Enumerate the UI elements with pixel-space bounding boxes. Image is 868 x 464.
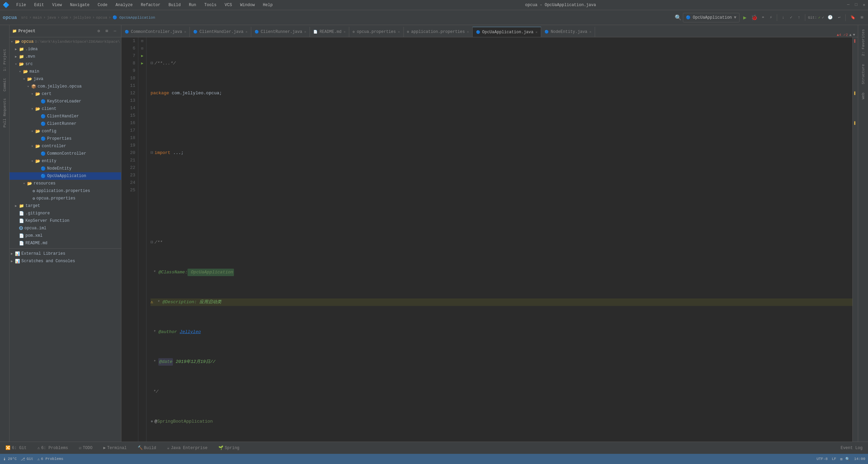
- tab-clienthandler[interactable]: 🔵 ClientHandler.java ✕: [190, 27, 251, 37]
- bottom-tab-event-log[interactable]: Event Log: [838, 444, 865, 452]
- breadcrumb-com[interactable]: com: [61, 16, 68, 20]
- status-problems[interactable]: ⚠ 6 Problems: [37, 457, 63, 461]
- bookmark-button[interactable]: 🔖: [848, 14, 857, 21]
- tree-readme[interactable]: ▶ 📄 README.md: [9, 239, 121, 247]
- breadcrumb-opcua[interactable]: opcua: [96, 16, 107, 20]
- right-tab-structure[interactable]: Structure: [859, 60, 867, 88]
- close-icon[interactable]: ✕: [863, 2, 865, 7]
- tree-main[interactable]: ▾ 📂 main: [9, 68, 121, 75]
- collapse-icon[interactable]: ▼: [853, 33, 855, 37]
- menu-view[interactable]: View: [51, 2, 63, 8]
- tree-opcua-iml[interactable]: ▶ 🅜 opcua.iml: [9, 225, 121, 232]
- tab-close-icon[interactable]: ✕: [184, 30, 186, 34]
- status-temp[interactable]: 🌡 29°C: [3, 457, 17, 461]
- tab-nodeentity[interactable]: 🔵 NodeEntity.java ✕: [541, 27, 595, 37]
- bottom-tab-java-enterprise[interactable]: ☕ Java Enterprise: [164, 444, 210, 452]
- tab-close-icon-8[interactable]: ✕: [589, 30, 591, 34]
- run-button[interactable]: ▶: [741, 14, 749, 22]
- tree-clientrunner[interactable]: ▶ 🔵 ClientRunner: [9, 120, 121, 128]
- tree-opcua-properties[interactable]: ▶ ⚙ opcua.properties: [9, 195, 121, 202]
- tree-kepserver[interactable]: ▶ 📄 KepServer Function: [9, 217, 121, 225]
- tree-controller[interactable]: ▾ 📂 controller: [9, 142, 121, 150]
- tree-scratches[interactable]: ▶ 📊 Scratches and Consoles: [9, 257, 121, 265]
- tab-close-icon-6[interactable]: ✕: [467, 30, 469, 34]
- menu-refactor[interactable]: Refactor: [139, 2, 162, 8]
- tree-resources[interactable]: ▾ 📂 resources: [9, 180, 121, 187]
- run-config-selector[interactable]: 🔵 OpcUaApplication ▼: [683, 13, 739, 22]
- status-line-sep[interactable]: LF: [832, 457, 836, 461]
- tree-properties[interactable]: ▶ 🔵 Properties: [9, 135, 121, 142]
- vcs-push-button[interactable]: ↑: [796, 14, 802, 21]
- sidebar-tab-commit[interactable]: Commit: [1, 75, 8, 95]
- code-lines[interactable]: ⊟ /**...*/ package com.jellyleo.opcua; ⊟…: [146, 37, 852, 442]
- menu-navigate[interactable]: Navigate: [68, 2, 91, 8]
- tab-close-icon-3[interactable]: ✕: [304, 30, 306, 34]
- tree-keystoreloader[interactable]: ▶ 🔵 KeyStoreLoader: [9, 98, 121, 105]
- bottom-tab-problems[interactable]: ⚠ 6: Problems: [35, 444, 71, 452]
- debug-button[interactable]: 🐞: [750, 14, 758, 22]
- tree-entity[interactable]: ▾ 📂 entity: [9, 157, 121, 165]
- tree-root[interactable]: ▾ 📂 opcua D:\Work\kylandWorkSpace\IDEAWo…: [9, 38, 121, 45]
- tab-close-icon-7[interactable]: ✕: [535, 30, 537, 34]
- expand-icon[interactable]: ▲: [849, 33, 852, 37]
- tree-commoncontroller[interactable]: ▶ 🔵 CommonController: [9, 150, 121, 157]
- sidebar-tab-pull-requests[interactable]: Pull Requests: [1, 95, 8, 131]
- menu-edit[interactable]: Edit: [33, 2, 45, 8]
- tab-opcuaapp[interactable]: 🔵 OpcUaApplication.java ✕: [473, 27, 541, 37]
- vcs-update-button[interactable]: ↓: [780, 14, 786, 21]
- menu-file[interactable]: File: [15, 2, 27, 8]
- rollback-button[interactable]: ↩: [836, 14, 843, 21]
- tree-config[interactable]: ▾ 📂 config: [9, 128, 121, 135]
- sidebar-tab-project[interactable]: 1: Project: [1, 45, 8, 75]
- bottom-tab-git[interactable]: 🔀 6: Git: [3, 444, 29, 452]
- menu-run[interactable]: Run: [188, 2, 198, 8]
- history-button[interactable]: 🕐: [826, 14, 835, 21]
- tree-external-libs[interactable]: ▶ 📊 External Libraries: [9, 250, 121, 257]
- menu-tools[interactable]: Tools: [203, 2, 218, 8]
- tab-commoncontroller[interactable]: 🔵 CommonController.java ✕: [121, 27, 190, 37]
- bottom-tab-terminal[interactable]: ▶ Terminal: [101, 444, 130, 452]
- tab-readme[interactable]: 📄 README.md ✕: [310, 27, 349, 37]
- tree-gitignore[interactable]: ▶ 📄 .gitignore: [9, 210, 121, 217]
- tab-clientrunner[interactable]: 🔵 ClientRunner.java ✕: [251, 27, 310, 37]
- tree-mvn[interactable]: ▶ 📁 .mvn: [9, 53, 121, 60]
- panel-close-icon[interactable]: ─: [112, 28, 118, 35]
- bottom-tab-todo[interactable]: ☑ TODO: [76, 444, 95, 452]
- tree-app-properties[interactable]: ▶ ⚙ application.properties: [9, 187, 121, 195]
- menu-window[interactable]: Window: [239, 2, 256, 8]
- code-editor[interactable]: 1 6 7 8 9 10 11 12 13 14 15 16 17 18 19 …: [121, 37, 858, 442]
- bottom-tab-build[interactable]: 🔨 Build: [135, 444, 159, 452]
- tree-nodeentity[interactable]: ▶ 🔵 NodeEntity: [9, 165, 121, 172]
- coverage-button[interactable]: ☂: [760, 14, 766, 21]
- tree-client[interactable]: ▾ 📂 client: [9, 105, 121, 113]
- panel-layout-icon[interactable]: ⊞: [103, 28, 110, 35]
- search-everywhere-btn[interactable]: 🔍: [675, 14, 682, 21]
- menu-analyze[interactable]: Analyze: [114, 2, 134, 8]
- breadcrumb-current-file[interactable]: 🔵 OpcUaApplication: [113, 15, 155, 20]
- menu-build[interactable]: Build: [167, 2, 182, 8]
- tree-pkg[interactable]: ▾ 📦 com.jellyleo.opcua: [9, 83, 121, 90]
- panel-settings-icon[interactable]: ⚙: [95, 28, 102, 35]
- vcs-commit-button[interactable]: ✓: [788, 14, 794, 21]
- tab-close-icon-2[interactable]: ✕: [245, 30, 248, 34]
- tree-pom[interactable]: ▶ 📄 pom.xml: [9, 232, 121, 239]
- tree-clienthandler[interactable]: ▶ 🔵 ClientHandler: [9, 113, 121, 120]
- menu-code[interactable]: Code: [96, 2, 109, 8]
- menu-vcs[interactable]: VCS: [223, 2, 234, 8]
- right-tab-web[interactable]: Web: [859, 89, 867, 103]
- minimize-icon[interactable]: ─: [847, 2, 849, 7]
- menu-help[interactable]: Help: [261, 2, 274, 8]
- breadcrumb-src[interactable]: src: [21, 16, 28, 20]
- tab-close-icon-5[interactable]: ✕: [398, 30, 400, 34]
- right-tab-favorites[interactable]: 2: Favorites: [859, 25, 867, 60]
- error-indicator[interactable]: ▲4 ✓2 ▲ ▼: [834, 33, 858, 37]
- status-git[interactable]: ⎇ Git: [21, 457, 33, 461]
- tree-java[interactable]: ▾ 📂 java: [9, 75, 121, 83]
- window-layout-button[interactable]: ⊞: [859, 14, 865, 21]
- profile-button[interactable]: ⚡: [768, 14, 774, 21]
- tab-close-icon-4[interactable]: ✕: [343, 30, 346, 34]
- breadcrumb-java[interactable]: java: [47, 16, 56, 20]
- tree-opcuaapplication[interactable]: ▶ 🔵 OpcUaApplication: [9, 172, 121, 180]
- tree-target[interactable]: ▶ 📁 target: [9, 202, 121, 210]
- breadcrumb-jellyleo[interactable]: jellyleo: [73, 16, 91, 20]
